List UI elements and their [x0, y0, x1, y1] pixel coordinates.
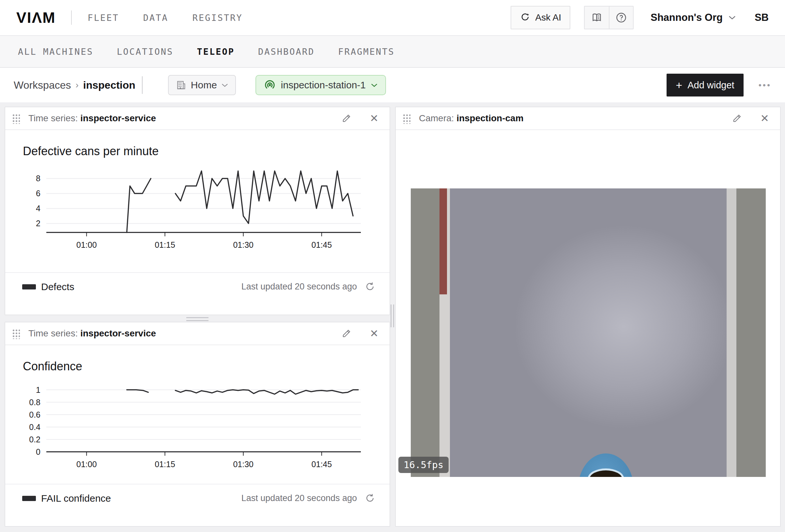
location-selector[interactable]: Home: [168, 75, 236, 95]
tab-all-machines[interactable]: ALL MACHINES: [18, 47, 93, 57]
svg-text:01:15: 01:15: [155, 240, 175, 249]
left-column: Time series: inspector-service ✕ Defecti…: [5, 107, 390, 527]
close-widget-button[interactable]: ✕: [760, 113, 769, 124]
drag-handle-icon[interactable]: [12, 328, 20, 339]
fleet-sub-nav: ALL MACHINES LOCATIONS TELEOP DASHBOARD …: [0, 36, 785, 68]
svg-text:0.2: 0.2: [29, 435, 41, 444]
row-resize-handle[interactable]: [186, 317, 208, 321]
last-updated-text: Last updated 20 seconds ago: [242, 493, 357, 503]
refresh-icon: [365, 281, 375, 292]
svg-text:1: 1: [36, 385, 41, 394]
tab-teleop[interactable]: TELEOP: [197, 47, 234, 57]
chart-title: Defective cans per minute: [23, 144, 389, 158]
can-lid: [589, 470, 622, 477]
org-name: Shannon's Org: [651, 12, 723, 24]
time-series-widget-confidence: Time series: inspector-service ✕ Confide…: [5, 322, 390, 527]
breadcrumb-workspaces[interactable]: Workspaces: [14, 79, 71, 91]
drag-handle-icon[interactable]: [402, 113, 410, 124]
edit-widget-button[interactable]: [732, 113, 742, 123]
machine-selector-pill[interactable]: inspection-station-1: [255, 75, 386, 95]
svg-text:01:30: 01:30: [233, 460, 254, 469]
toolbar-right: + Add widget •••: [666, 74, 771, 97]
svg-text:0.6: 0.6: [29, 410, 41, 419]
breadcrumb-current[interactable]: inspection: [83, 79, 135, 91]
chart-title: Confidence: [23, 360, 389, 373]
last-updated: Last updated 20 seconds ago: [242, 281, 375, 292]
more-menu-button[interactable]: •••: [759, 80, 771, 90]
nav-item-fleet[interactable]: FLEET: [87, 13, 119, 23]
ask-ai-button[interactable]: Ask AI: [511, 6, 570, 29]
book-icon: [591, 12, 602, 23]
user-avatar[interactable]: SB: [755, 12, 769, 24]
last-updated: Last updated 20 seconds ago: [242, 493, 375, 503]
close-widget-button[interactable]: ✕: [370, 328, 378, 339]
edit-widget-button[interactable]: [341, 328, 351, 338]
nav-item-data[interactable]: DATA: [143, 13, 168, 23]
widget-title: Time series: inspector-service: [28, 113, 156, 124]
nav-item-registry[interactable]: REGISTRY: [193, 13, 243, 23]
svg-text:01:00: 01:00: [76, 240, 97, 249]
building-icon: [176, 80, 186, 90]
svg-text:2: 2: [36, 219, 41, 228]
confidence-line-chart: 00.20.40.60.8101:0001:1501:3001:45: [14, 382, 365, 471]
last-updated-text: Last updated 20 seconds ago: [242, 282, 357, 292]
feed-right-rail: [727, 188, 736, 477]
camera-video-feed: [411, 188, 766, 477]
help-button-group: [584, 6, 634, 29]
teleop-workspace: Time series: inspector-service ✕ Defecti…: [0, 102, 785, 532]
pencil-icon: [732, 113, 742, 123]
tab-fragments[interactable]: FRAGMENTS: [338, 47, 395, 57]
chevron-down-icon: [371, 83, 378, 87]
top-nav: VIΛM FLEET DATA REGISTRY Ask AI: [0, 0, 785, 36]
defects-line-chart: 246801:0001:1501:3001:45: [14, 167, 365, 251]
machine-beacon-icon: [264, 79, 276, 91]
viam-logo[interactable]: VIΛM: [16, 9, 55, 26]
ask-ai-label: Ask AI: [535, 12, 561, 23]
chart-legend: FAIL confidence: [22, 493, 111, 504]
refresh-icon: [365, 493, 375, 503]
location-label: Home: [191, 80, 217, 90]
machine-label: inspection-station-1: [281, 80, 366, 90]
close-widget-button[interactable]: ✕: [370, 113, 378, 124]
chevron-down-icon: [222, 83, 228, 87]
svg-text:01:45: 01:45: [311, 240, 332, 249]
refresh-button[interactable]: [365, 493, 375, 503]
org-switcher[interactable]: Shannon's Org: [651, 12, 736, 24]
chevron-down-icon: [729, 15, 736, 20]
column-resize-handle[interactable]: [390, 304, 394, 327]
feed-left-wall: [411, 188, 439, 477]
legend-label: Defects: [41, 281, 74, 292]
add-widget-button[interactable]: + Add widget: [666, 74, 743, 97]
primary-nav-links: FLEET DATA REGISTRY: [87, 13, 243, 23]
svg-text:01:30: 01:30: [233, 240, 254, 249]
feed-red-marker: [439, 188, 447, 294]
tab-locations[interactable]: LOCATIONS: [117, 47, 173, 57]
plus-icon: +: [676, 80, 682, 90]
top-nav-right: Ask AI Shannon's Org SB: [511, 6, 769, 29]
tab-dashboard[interactable]: DASHBOARD: [258, 47, 314, 57]
drag-handle-icon[interactable]: [12, 113, 20, 124]
svg-text:0.8: 0.8: [29, 398, 41, 407]
widget-title: Camera: inspection-cam: [419, 113, 524, 124]
edit-widget-button[interactable]: [341, 113, 351, 123]
docs-button[interactable]: [585, 6, 609, 29]
workspace-toolbar: Workspaces › inspection Home inspection-…: [0, 68, 785, 102]
svg-text:0.4: 0.4: [29, 423, 41, 432]
breadcrumb-separator-icon: ›: [75, 80, 78, 90]
widget-header: Time series: inspector-service ✕: [5, 322, 389, 345]
blue-can: [578, 453, 634, 477]
legend-swatch: [22, 496, 36, 501]
refresh-button[interactable]: [365, 281, 375, 292]
widget-title: Time series: inspector-service: [28, 328, 156, 339]
svg-text:8: 8: [36, 174, 41, 183]
feed-right-wall: [736, 188, 766, 477]
chart-legend: Defects: [22, 281, 74, 292]
widget-header: Camera: inspection-cam ✕: [396, 107, 780, 130]
fps-badge: 16.5fps: [398, 457, 449, 473]
svg-text:0: 0: [36, 447, 41, 456]
question-icon: [615, 12, 627, 24]
time-series-widget-defects: Time series: inspector-service ✕ Defecti…: [5, 107, 390, 315]
help-button[interactable]: [609, 6, 633, 29]
svg-text:01:15: 01:15: [155, 460, 175, 469]
divider: [71, 10, 72, 25]
